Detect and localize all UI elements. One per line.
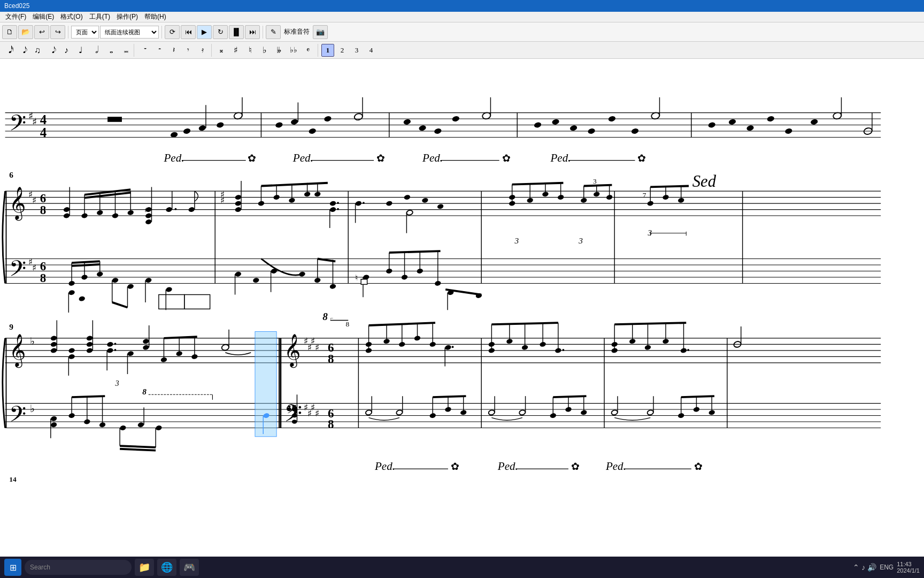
menu-help[interactable]: 帮助(H) [141,12,170,21]
note-32nd[interactable]: ♫ [31,44,44,57]
ped-flower-s3-3: ✿ [694,461,703,472]
taskbar-file-explorer[interactable]: 📁 [135,559,154,576]
rest-16th[interactable]: 𝄿 [195,44,208,57]
svg-point-260 [452,346,454,348]
key-flat-s3t: ♭ [30,336,35,347]
start-button[interactable]: ⊞ [4,559,21,576]
svg-line-345 [681,396,714,397]
svg-line-296 [72,396,105,397]
treble-clef-s3: 𝄞 [9,334,26,368]
ped-mark-3: Ped. [422,151,443,164]
open-button[interactable]: 📂 [18,25,33,39]
play-begin-button[interactable]: ⏮ [181,25,196,39]
new-button[interactable]: 🗋 [2,25,17,39]
menu-tools[interactable]: 工具(T) [86,12,113,21]
triplet-3-2: 3 [578,236,583,245]
note-whole[interactable]: 𝅝 [103,44,116,57]
svg-line-334 [553,396,586,397]
double-flat[interactable]: 𝄫 [273,44,286,57]
svg-text:♯: ♯ [315,343,319,353]
ped-mark-4: Ped. [550,151,571,164]
triplet-3-1: 3 [514,236,519,245]
double-sharp2[interactable]: 𝄴 [302,44,314,57]
voice-3[interactable]: 3 [350,44,363,57]
selection-box [255,331,276,436]
svg-rect-0 [0,59,885,543]
rest-eighth[interactable]: 𝄾 [181,44,194,57]
double-sharp[interactable]: 𝄪 [215,44,228,57]
taskbar-chrome[interactable]: 🌐 [157,559,176,576]
taskbar-app1[interactable]: 🎮 [180,559,199,576]
double-flat2[interactable]: ♭♭ [287,44,300,57]
system-tray: ⌃ ♪ 🔊 ENG 11:432024/1/1 [853,561,920,574]
treble-clef-s3b: 𝄞 [284,334,301,368]
time-8-s2t: 8 [40,203,46,217]
ottava-8: 8 [322,311,328,322]
menu-format[interactable]: 格式(O) [57,12,86,21]
ped-flower-3: ✿ [502,153,511,164]
svg-rect-183 [361,279,367,285]
rest-half[interactable]: 𝄼 [152,44,165,57]
natural[interactable]: ♮ [244,44,257,57]
separator-acc [211,44,212,57]
view-select[interactable]: 纸面连续视图 [100,26,159,39]
svg-point-109 [337,208,339,210]
voice-4[interactable]: 4 [365,44,378,57]
measure-num-9: 9 [9,322,13,331]
play-end-button[interactable]: ⏭ [245,25,260,39]
note-eighth[interactable]: ♪ [60,44,73,57]
note-half[interactable]: 𝅗𝅥 [89,44,102,57]
screenshot-button[interactable]: 📷 [313,25,328,39]
svg-point-313 [292,414,297,418]
score-area[interactable]: 𝄢 ♯ ♯ 4 4 [0,59,924,543]
loop-button[interactable]: ↻ [213,25,228,39]
ped-mark-s3-1: Ped. [374,460,395,473]
triplet-3-s3: 3 [114,379,119,387]
app-title: Bced025 [4,2,29,10]
tray-clock: 11:432024/1/1 [897,561,920,574]
undo-button[interactable]: ↩ [34,25,49,39]
search-bar[interactable]: Search [25,560,132,575]
tray-icons[interactable]: ⌃ ♪ 🔊 [853,563,876,572]
play-button[interactable]: ▶ [197,25,212,39]
ottava-bracket: ⌐ [330,315,333,321]
voice-1[interactable]: 1 [321,44,334,57]
taskbar[interactable]: ⊞ Search 📁 🌐 🎮 ⌃ ♪ 🔊 ENG 11:432024/1/1 [0,557,924,578]
time-den-s1: 4 [40,125,47,140]
svg-line-158 [584,185,612,186]
triplet-3-tr: 3 [593,177,597,185]
ped-mark-2: Ped. [292,151,313,164]
note-quarter[interactable]: ♩ [74,44,87,57]
voice-2[interactable]: 2 [336,44,349,57]
svg-line-323 [433,396,466,397]
svg-point-108 [337,202,339,204]
note-128th[interactable]: 𝅘𝅥𝅯 [2,44,15,57]
redo-button[interactable]: ↪ [50,25,65,39]
refresh-button[interactable]: ⟳ [165,25,180,39]
menu-actions[interactable]: 操作(P) [113,12,141,21]
bass-clef-s2: 𝄢 [9,257,26,286]
note-double-whole[interactable]: 𝅜 [118,44,130,57]
play-section-button[interactable]: ▐▌ [229,25,244,39]
annotate-label: 标准音符 [282,27,312,36]
menu-edit[interactable]: 编辑(E) [29,12,57,21]
treble-clef-s2: 𝄞 [9,187,26,221]
bass-clef-s1: 𝄢 [9,111,26,141]
ped-mark-s3-3: Ped. [605,460,626,473]
zoom-select[interactable]: 页面 [71,26,99,39]
separator-notes [134,44,134,57]
svg-text:♯: ♯ [220,195,225,206]
note-16th[interactable]: 𝅘𝅥𝅮 [45,44,58,57]
menu-file[interactable]: 文件(F) [2,12,29,21]
measure-num-14: 14 [9,475,17,483]
svg-text:♯: ♯ [32,195,36,206]
rest-quarter[interactable]: 𝄽 [166,44,179,57]
note-64th[interactable]: 𝅘𝅥𝅮 [17,44,29,57]
rest-whole[interactable]: 𝄻 [137,44,150,57]
flat[interactable]: ♭ [258,44,271,57]
sharp[interactable]: ♯ [229,44,242,57]
ped-flower-s3-1: ✿ [451,461,459,472]
annotate-button[interactable]: ✎ [266,25,281,39]
time-num-s1: 4 [40,112,47,127]
time-8-s2b: 8 [40,271,46,285]
